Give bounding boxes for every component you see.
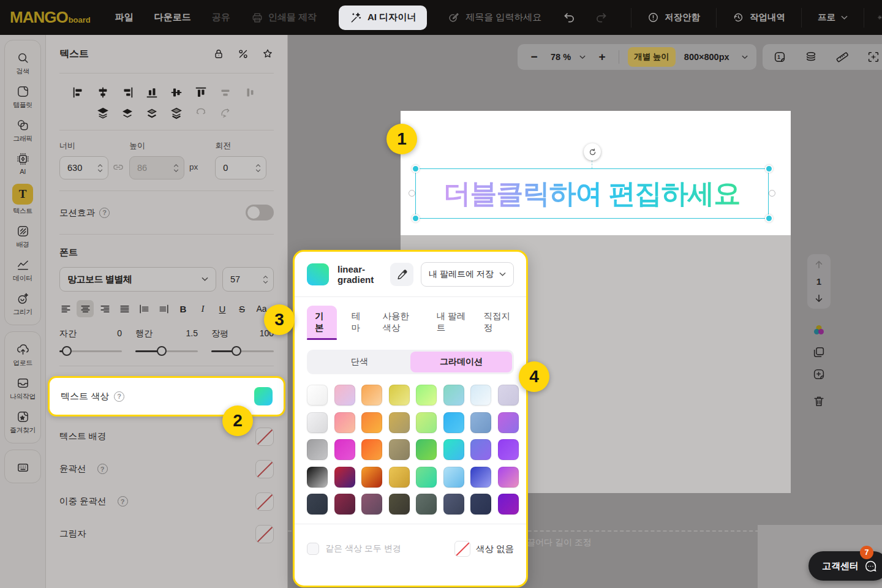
gradient-swatch[interactable]: [334, 494, 355, 514]
callout-step-2: 2: [222, 405, 253, 436]
no-color-button[interactable]: 색상 없음: [454, 541, 514, 557]
apply-same-color-checkbox[interactable]: [307, 543, 319, 555]
chat-bubble-icon: [864, 560, 877, 573]
gradient-swatch[interactable]: [416, 439, 437, 460]
rotate-connector: [592, 160, 592, 168]
gradient-swatch[interactable]: [307, 439, 328, 460]
resize-handle-se[interactable]: [765, 214, 773, 222]
callout-step-4: 4: [519, 361, 549, 392]
gradient-swatch-grid: [307, 385, 514, 514]
selection-box[interactable]: [415, 168, 769, 219]
gradient-swatch[interactable]: [334, 439, 355, 460]
gradient-type-label: linear-gradient: [337, 264, 383, 285]
gradient-swatch[interactable]: [389, 412, 410, 433]
resize-handle-ne[interactable]: [765, 165, 773, 173]
customer-support-button[interactable]: 고객센터 7: [809, 551, 882, 581]
mangoboard-app: MANGO board 파일다운로드공유인쇄물 제작 AI 디자이너 제목을 입…: [0, 0, 882, 588]
gradient-swatch[interactable]: [443, 494, 464, 514]
gradient-swatch[interactable]: [389, 467, 410, 488]
gradient-swatch[interactable]: [416, 467, 437, 488]
resize-handle-nw[interactable]: [412, 165, 420, 173]
gradient-swatch[interactable]: [443, 439, 464, 460]
gradient-swatch[interactable]: [470, 467, 491, 488]
gradient-swatch[interactable]: [470, 412, 491, 433]
resize-handle-e[interactable]: [769, 190, 775, 197]
gradient-swatch[interactable]: [416, 494, 437, 514]
gradient-swatch[interactable]: [389, 439, 410, 460]
color-tabs: 기본테마사용한 색상내 팔레트직접지정: [307, 297, 514, 340]
gradient-swatch[interactable]: [416, 385, 437, 405]
gradient-swatch[interactable]: [334, 385, 355, 405]
gradient-swatch[interactable]: [361, 467, 382, 488]
gradient-mode-option[interactable]: 그라데이션: [410, 352, 512, 372]
gradient-swatch[interactable]: [443, 412, 464, 433]
gradient-swatch[interactable]: [361, 439, 382, 460]
no-color-swatch-icon: [454, 541, 470, 557]
solid-mode-option[interactable]: 단색: [309, 352, 410, 372]
canvas-spotlight: 더블클릭하여 편집하세요: [401, 111, 791, 235]
gradient-swatch[interactable]: [307, 412, 328, 433]
color-tab-1[interactable]: 테마: [349, 306, 368, 340]
gradient-swatch[interactable]: [334, 412, 355, 433]
ai-designer-button[interactable]: AI 디자이너: [339, 6, 427, 30]
magic-wand-icon: [350, 12, 362, 24]
color-tab-3[interactable]: 내 팔레트: [434, 306, 469, 340]
help-icon[interactable]: ?: [114, 391, 124, 402]
current-gradient-swatch[interactable]: [307, 263, 329, 285]
gradient-swatch[interactable]: [470, 494, 491, 514]
color-picker-popup: linear-gradient 내 팔레트에 저장 기본테마사용한 색상내 팔레…: [293, 250, 528, 587]
gradient-swatch[interactable]: [307, 467, 328, 488]
gradient-swatch[interactable]: [498, 467, 519, 488]
gradient-swatch[interactable]: [389, 385, 410, 405]
chevron-down-icon: [499, 272, 506, 277]
gradient-swatch[interactable]: [361, 494, 382, 514]
gradient-swatch[interactable]: [443, 385, 464, 405]
save-to-palette-select[interactable]: 내 팔레트에 저장: [421, 262, 514, 287]
color-mode-toggle: 단색 그라데이션: [307, 350, 514, 374]
gradient-swatch[interactable]: [443, 467, 464, 488]
notification-badge: 7: [860, 546, 873, 559]
resize-handle-w[interactable]: [409, 190, 415, 197]
gradient-swatch[interactable]: [498, 494, 519, 514]
callout-step-3: 3: [264, 304, 295, 335]
gradient-swatch[interactable]: [389, 494, 410, 514]
gradient-swatch[interactable]: [416, 412, 437, 433]
color-tab-4[interactable]: 직접지정: [481, 306, 514, 340]
gradient-swatch[interactable]: [361, 412, 382, 433]
gradient-swatch[interactable]: [361, 385, 382, 405]
gradient-swatch[interactable]: [470, 439, 491, 460]
color-tab-2[interactable]: 사용한 색상: [380, 306, 422, 340]
gradient-swatch[interactable]: [498, 385, 519, 405]
gradient-swatch[interactable]: [307, 385, 328, 405]
callout-step-1: 1: [386, 124, 417, 154]
apply-same-color-label: 같은 색상 모두 변경: [325, 543, 401, 554]
gradient-swatch[interactable]: [307, 494, 328, 514]
resize-handle-sw[interactable]: [412, 214, 420, 222]
text-color-swatch[interactable]: [254, 387, 273, 405]
gradient-swatch[interactable]: [470, 385, 491, 405]
color-tab-0[interactable]: 기본: [307, 306, 337, 340]
text-color-row[interactable]: 텍스트 색상?: [48, 376, 285, 417]
eyedropper-button[interactable]: [390, 263, 413, 286]
gradient-swatch[interactable]: [498, 439, 519, 460]
gradient-swatch[interactable]: [334, 467, 355, 488]
rotate-handle[interactable]: [584, 143, 601, 160]
gradient-swatch[interactable]: [498, 412, 519, 433]
